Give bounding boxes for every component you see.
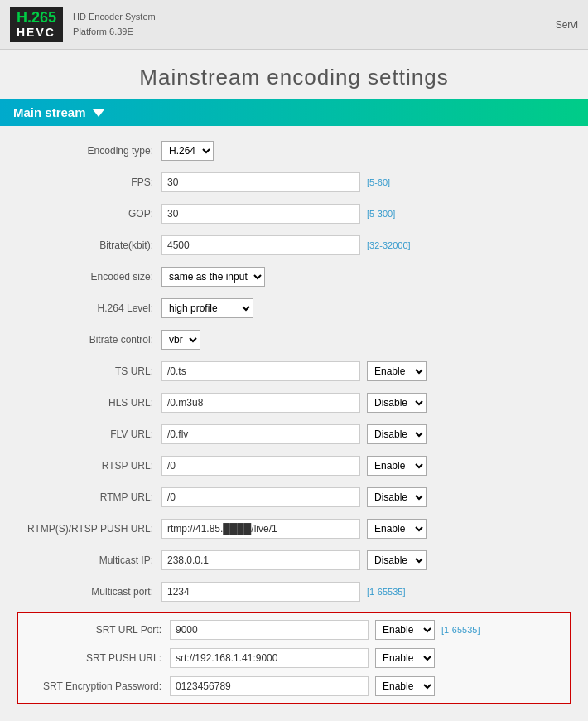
gop-range: [5-300]	[367, 209, 395, 219]
bitrate-control: [32-32000]	[161, 235, 571, 255]
logo-box: H.265 HEVC	[10, 7, 63, 42]
h264-level-row: H.264 Level: high profile main profile b…	[17, 297, 571, 320]
rtsp-url-label: RTSP URL:	[17, 460, 161, 472]
multicast-ip-row: Multicast IP: Enable Disable	[17, 549, 571, 572]
srt-url-port-range: [1-65535]	[441, 625, 480, 635]
h264-level-select[interactable]: high profile main profile baseline profi…	[161, 298, 253, 318]
multicast-ip-label: Multicast IP:	[17, 554, 161, 566]
encoded-size-row: Encoded size: same as the input custom	[17, 265, 571, 288]
srt-encryption-control: Enable Disable	[170, 676, 563, 696]
rtsp-url-input[interactable]	[161, 456, 360, 476]
logo-hevc: HEVC	[17, 27, 56, 39]
srt-encryption-label: SRT Encryption Password:	[25, 680, 170, 692]
gop-control: [5-300]	[161, 204, 571, 224]
srt-push-url-label: SRT PUSH URL:	[25, 652, 170, 664]
multicast-ip-input[interactable]	[161, 550, 360, 570]
rtsp-enable-select[interactable]: Enable Disable	[367, 456, 427, 476]
hls-url-control: Enable Disable	[161, 393, 571, 413]
srt-encryption-input[interactable]	[170, 676, 369, 696]
logo-h265: H.265	[17, 10, 56, 27]
rtmp-url-label: RTMP URL:	[17, 491, 161, 503]
flv-enable-select[interactable]: Enable Disable	[367, 424, 427, 444]
multicast-port-range: [1-65535]	[367, 587, 405, 597]
bitrate-row: Bitrate(kbit): [32-32000]	[17, 234, 571, 257]
srt-encryption-row: SRT Encryption Password: Enable Disable	[25, 675, 563, 698]
setup-btn-area: Set up	[17, 713, 571, 721]
multicast-port-row: Multicast port: [1-65535]	[17, 580, 571, 603]
multicast-port-control: [1-65535]	[161, 582, 571, 602]
srt-url-port-input[interactable]	[170, 620, 369, 640]
fps-input[interactable]	[161, 172, 360, 192]
gop-label: GOP:	[17, 208, 161, 220]
rtmp-url-row: RTMP URL: Enable Disable	[17, 486, 571, 509]
fps-row: FPS: [5-60]	[17, 171, 571, 194]
multicast-ip-control: Enable Disable	[161, 550, 571, 570]
srt-url-port-row: SRT URL Port: Enable Disable [1-65535]	[25, 618, 563, 641]
srt-push-url-input[interactable]	[170, 648, 369, 668]
encoded-size-control: same as the input custom	[161, 267, 571, 287]
flv-url-label: FLV URL:	[17, 428, 161, 440]
page-title: Mainstream encoding settings	[0, 50, 588, 99]
flv-url-control: Enable Disable	[161, 424, 571, 444]
srt-push-url-row: SRT PUSH URL: Enable Disable	[25, 646, 563, 670]
bitrate-control-label: Bitrate control:	[17, 334, 161, 346]
main-stream-bar: Main stream	[0, 99, 588, 126]
rtmp-url-control: Enable Disable	[161, 487, 571, 507]
bitrate-input[interactable]	[161, 235, 360, 255]
multicast-port-input[interactable]	[161, 582, 360, 602]
nav-label: Servi	[556, 19, 578, 31]
logo-info: HD Encoder System Platform 6.39E	[73, 10, 156, 39]
system-name: HD Encoder System	[73, 10, 156, 25]
rtmp-url-input[interactable]	[161, 487, 360, 507]
srt-url-port-label: SRT URL Port:	[25, 624, 170, 636]
rtmps-rtsp-push-input[interactable]	[161, 519, 360, 539]
bitrate-label: Bitrate(kbit):	[17, 240, 161, 251]
srt-url-port-control: Enable Disable [1-65535]	[170, 620, 563, 640]
bitrate-control-area: vbr cbr	[161, 330, 571, 350]
rtmps-enable-select[interactable]: Enable Disable	[367, 519, 427, 539]
fps-control: [5-60]	[161, 172, 571, 192]
rtmps-rtsp-push-control: Enable Disable	[161, 519, 571, 539]
multicast-port-label: Multicast port:	[17, 586, 161, 598]
encoding-type-label: Encoding type:	[17, 145, 161, 157]
encoded-size-label: Encoded size:	[17, 271, 161, 283]
hls-url-input[interactable]	[161, 393, 360, 413]
rtsp-url-row: RTSP URL: Enable Disable	[17, 454, 571, 477]
platform: Platform 6.39E	[73, 25, 156, 40]
fps-label: FPS:	[17, 177, 161, 188]
srt-push-enable-select[interactable]: Enable Disable	[375, 648, 435, 668]
encoded-size-select[interactable]: same as the input custom	[161, 267, 265, 287]
ts-url-row: TS URL: Enable Disable	[17, 360, 571, 383]
encoding-type-control: H.264 H.265	[161, 141, 571, 161]
h264-level-control: high profile main profile baseline profi…	[161, 298, 571, 318]
encoding-type-row: Encoding type: H.264 H.265	[17, 139, 571, 162]
hls-url-label: HLS URL:	[17, 397, 161, 409]
gop-row: GOP: [5-300]	[17, 202, 571, 225]
srt-url-port-enable-select[interactable]: Enable Disable	[375, 620, 435, 640]
bitrate-control-row: Bitrate control: vbr cbr	[17, 328, 571, 351]
hls-enable-select[interactable]: Enable Disable	[367, 393, 427, 413]
ts-url-control: Enable Disable	[161, 361, 571, 381]
form-area: Encoding type: H.264 H.265 FPS: [5-60] G…	[0, 126, 588, 721]
rtsp-url-control: Enable Disable	[161, 456, 571, 476]
flv-url-input[interactable]	[161, 424, 360, 444]
h264-level-label: H.264 Level:	[17, 302, 161, 314]
ts-enable-select[interactable]: Enable Disable	[367, 361, 427, 381]
multicast-ip-enable-select[interactable]: Enable Disable	[367, 550, 427, 570]
bitrate-range: [32-32000]	[367, 240, 411, 250]
fps-range: [5-60]	[367, 177, 390, 187]
srt-push-url-control: Enable Disable	[170, 648, 563, 668]
header: H.265 HEVC HD Encoder System Platform 6.…	[0, 0, 588, 50]
srt-encryption-enable-select[interactable]: Enable Disable	[375, 676, 435, 696]
rtmps-rtsp-push-row: RTMP(S)/RTSP PUSH URL: Enable Disable	[17, 517, 571, 540]
encoding-type-select[interactable]: H.264 H.265	[161, 141, 214, 161]
bitrate-control-select[interactable]: vbr cbr	[161, 330, 200, 350]
ts-url-label: TS URL:	[17, 365, 161, 377]
gop-input[interactable]	[161, 204, 360, 224]
srt-section: SRT URL Port: Enable Disable [1-65535] S…	[17, 612, 571, 704]
chevron-down-icon	[93, 109, 104, 117]
hls-url-row: HLS URL: Enable Disable	[17, 391, 571, 414]
logo-area: H.265 HEVC HD Encoder System Platform 6.…	[10, 7, 156, 42]
rtmp-enable-select[interactable]: Enable Disable	[367, 487, 427, 507]
ts-url-input[interactable]	[161, 361, 360, 381]
